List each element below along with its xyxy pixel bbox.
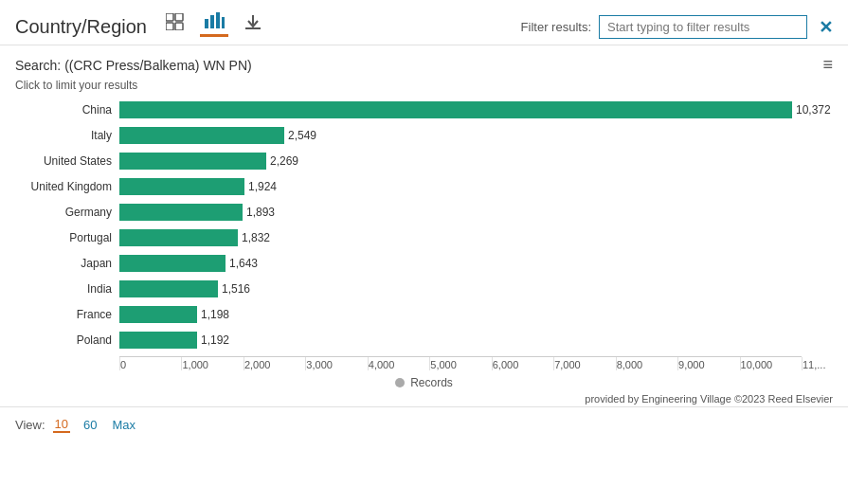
country-label: Poland bbox=[15, 333, 119, 347]
search-query: Search: ((CRC Press/Balkema) WN PN) bbox=[15, 58, 252, 73]
bar bbox=[119, 332, 197, 349]
bar-row[interactable]: India1,516 bbox=[15, 277, 833, 301]
bar-row[interactable]: Italy2,549 bbox=[15, 123, 833, 148]
bar-row[interactable]: China10,372 bbox=[15, 98, 833, 122]
legend-dot bbox=[395, 378, 405, 387]
credit-text: provided by Engineering Village ©2023 Re… bbox=[585, 393, 833, 405]
bar bbox=[119, 306, 197, 323]
bar-value: 1,832 bbox=[242, 229, 270, 246]
bar-row[interactable]: United Kingdom1,924 bbox=[15, 174, 833, 199]
x-tick: 8,000 bbox=[616, 357, 677, 370]
bar-value: 1,893 bbox=[246, 204, 275, 221]
svg-rect-2 bbox=[166, 23, 173, 30]
bar-value: 2,549 bbox=[288, 127, 316, 144]
bar bbox=[119, 101, 792, 118]
bar-value: 2,269 bbox=[270, 153, 298, 170]
view-bar: View: 1060Max bbox=[0, 406, 848, 442]
view-option-60[interactable]: 60 bbox=[81, 417, 99, 433]
bar bbox=[119, 153, 266, 170]
bar bbox=[119, 204, 243, 221]
bar-row[interactable]: Poland1,192 bbox=[15, 328, 833, 352]
filter-input[interactable] bbox=[599, 15, 807, 39]
bar-value: 1,924 bbox=[248, 178, 277, 195]
country-label: Germany bbox=[15, 206, 119, 219]
country-label: France bbox=[15, 308, 119, 321]
x-tick: 1,000 bbox=[181, 357, 243, 370]
x-tick: 0 bbox=[119, 357, 181, 370]
close-btn[interactable]: ✕ bbox=[819, 17, 833, 38]
bar-value: 1,192 bbox=[201, 332, 229, 349]
x-tick: 7,000 bbox=[553, 357, 615, 370]
chart-area: China10,372Italy2,549United States2,269U… bbox=[0, 98, 848, 391]
view-option-max[interactable]: Max bbox=[111, 417, 138, 433]
menu-icon[interactable]: ≡ bbox=[822, 55, 833, 75]
svg-rect-3 bbox=[175, 23, 183, 30]
download-btn[interactable] bbox=[240, 11, 266, 36]
bar-row[interactable]: Germany1,893 bbox=[15, 200, 833, 225]
legend-label: Records bbox=[410, 376, 453, 389]
bar-row[interactable]: Portugal1,832 bbox=[15, 225, 833, 250]
x-tick: 11,... bbox=[802, 357, 830, 370]
svg-rect-5 bbox=[210, 15, 214, 28]
bar-value: 1,198 bbox=[201, 306, 229, 323]
x-tick: 4,000 bbox=[368, 357, 429, 370]
table-view-btn[interactable] bbox=[162, 11, 189, 36]
x-tick: 10,000 bbox=[740, 357, 802, 370]
x-tick: 3,000 bbox=[305, 357, 367, 370]
svg-rect-0 bbox=[166, 13, 173, 21]
view-label: View: bbox=[15, 418, 45, 432]
click-hint: Click to limit your results bbox=[15, 79, 137, 92]
svg-rect-7 bbox=[222, 17, 225, 28]
bar bbox=[119, 127, 284, 144]
svg-rect-1 bbox=[175, 13, 183, 21]
country-label: United Kingdom bbox=[15, 180, 119, 193]
country-label: China bbox=[15, 103, 119, 117]
chart-view-btn[interactable] bbox=[200, 9, 228, 37]
view-option-10[interactable]: 10 bbox=[53, 417, 70, 433]
svg-rect-4 bbox=[205, 19, 208, 28]
country-label: United States bbox=[15, 154, 119, 168]
bar bbox=[119, 255, 226, 272]
bar-row[interactable]: Japan1,643 bbox=[15, 251, 833, 276]
page-title: Country/Region bbox=[15, 16, 147, 38]
country-label: India bbox=[15, 282, 119, 296]
country-label: Japan bbox=[15, 257, 119, 270]
bar-value: 1,516 bbox=[222, 280, 250, 297]
x-tick: 5,000 bbox=[429, 357, 491, 370]
bar-value: 10,372 bbox=[796, 101, 831, 118]
bar-value: 1,643 bbox=[229, 255, 258, 272]
bar-row[interactable]: France1,198 bbox=[15, 302, 833, 327]
x-tick: 6,000 bbox=[492, 357, 553, 370]
svg-rect-6 bbox=[216, 12, 220, 28]
bar bbox=[119, 178, 244, 195]
filter-label: Filter results: bbox=[521, 20, 591, 34]
x-tick: 2,000 bbox=[244, 357, 305, 370]
country-label: Italy bbox=[15, 129, 119, 142]
bar bbox=[119, 229, 238, 246]
header: Country/Region F bbox=[0, 0, 848, 45]
bar-row[interactable]: United States2,269 bbox=[15, 149, 833, 173]
bar bbox=[119, 280, 218, 297]
country-label: Portugal bbox=[15, 231, 119, 244]
x-tick: 9,000 bbox=[677, 357, 739, 370]
